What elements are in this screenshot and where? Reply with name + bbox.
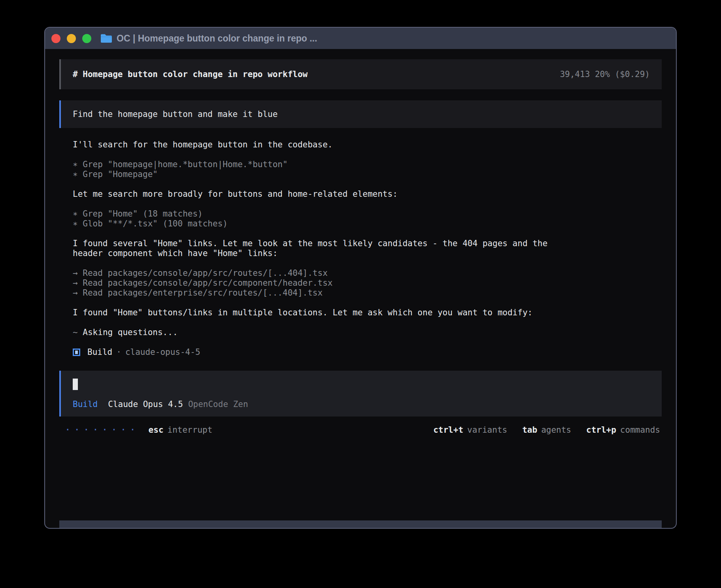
tool-call-grep: ∗ Grep "Home" (18 matches) [73,209,662,219]
tool-call-read: → Read packages/enterprise/src/routes/[.… [73,288,662,298]
terminal-content: # Homepage button color change in repo w… [45,49,676,528]
user-message-text: Find the homepage button and make it blu… [73,109,277,119]
agent-name: Build [87,347,112,357]
window-title: OC | Homepage button color change in rep… [117,33,317,44]
commands-label: commands [620,425,660,435]
agent-icon [73,349,80,356]
session-title: # Homepage button color change in repo w… [73,70,308,79]
assistant-paragraph: I'll search for the homepage button in t… [73,140,572,150]
input-meta: Build Claude Opus 4.5 OpenCode Zen [73,400,650,409]
assistant-transcript: I'll search for the homepage button in t… [59,140,662,366]
assistant-paragraph: I found several "Home" links. Let me loo… [73,239,572,258]
zoom-button[interactable] [82,34,91,43]
tab-key: tab [522,425,537,435]
window-bottom-bar [59,520,662,528]
status-text: Asking questions... [83,328,177,337]
hint-group: ctrl+t variants tab agents ctrl+p comman… [433,425,660,435]
spinner-dots-icon: ········ [65,425,139,435]
hint-interrupt: esc interrupt [149,425,213,435]
hint-commands: ctrl+p commands [586,425,660,435]
status-bar: ········ esc interrupt ctrl+t variants t… [59,425,662,435]
user-message: Find the homepage button and make it blu… [59,100,662,128]
dot-separator-icon: · [116,347,121,357]
tool-call-group: ∗ Grep "homepage|home.*button|Home.*butt… [73,160,662,179]
assistant-paragraph: Let me search more broadly for buttons a… [73,189,572,199]
status-prefix: ~ [73,328,78,337]
session-header: # Homepage button color change in repo w… [59,59,662,89]
tool-call-group: ∗ Grep "Home" (18 matches) ∗ Glob "**/*.… [73,209,662,229]
terminal-window: OC | Homepage button color change in rep… [44,27,677,529]
tool-call-read: → Read packages/console/app/src/routes/[… [73,268,662,278]
titlebar[interactable]: OC | Homepage button color change in rep… [45,28,676,49]
close-button[interactable] [51,34,60,43]
assistant-paragraph: I found "Home" buttons/links in multiple… [73,308,572,318]
esc-label: interrupt [168,425,213,435]
variants-label: variants [467,425,507,435]
agent-model: claude-opus-4-5 [125,347,200,357]
agent-badge: Build · claude-opus-4-5 [73,347,662,357]
ctrl-p-key: ctrl+p [586,425,616,435]
session-stats: 39,413 20% ($0.29) [560,70,650,79]
tool-call-grep: ∗ Grep "homepage|home.*button|Home.*butt… [73,160,662,170]
tool-call-group: → Read packages/console/app/src/routes/[… [73,268,662,298]
traffic-lights [51,34,91,43]
hint-agents: tab agents [522,425,571,435]
hint-variants: ctrl+t variants [433,425,507,435]
esc-key: esc [149,425,164,435]
provider-indicator: OpenCode Zen [188,400,248,409]
text-cursor [73,379,78,390]
working-status: ~ Asking questions... [73,328,662,337]
tool-call-read: → Read packages/console/app/src/componen… [73,278,662,288]
tool-call-grep: ∗ Grep "Homepage" [73,170,662,179]
folder-icon [100,34,112,43]
model-indicator[interactable]: Claude Opus 4.5 [108,400,183,409]
minimize-button[interactable] [67,34,76,43]
agents-label: agents [541,425,571,435]
prompt-input[interactable]: Build Claude Opus 4.5 OpenCode Zen [59,371,662,416]
ctrl-t-key: ctrl+t [433,425,463,435]
tool-call-glob: ∗ Glob "**/*.tsx" (100 matches) [73,219,662,229]
mode-indicator[interactable]: Build [73,400,98,409]
